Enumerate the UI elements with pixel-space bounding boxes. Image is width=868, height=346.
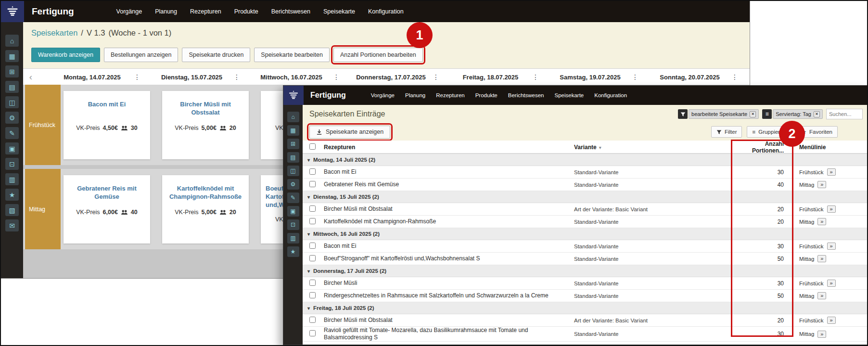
breadcrumb-speisekarten-link[interactable]: Speisekarten xyxy=(31,28,77,38)
open-menu-line-button[interactable]: » xyxy=(817,331,826,338)
nav-planung[interactable]: Planung xyxy=(405,92,425,98)
table-row[interactable]: Bacon mit Ei Standard-Variante 30 Frühst… xyxy=(303,240,868,253)
display-icon[interactable]: ▤ xyxy=(287,152,299,163)
table-row[interactable]: Gebratener Reis mit Gemüse Standard-Vari… xyxy=(303,179,868,191)
terminal-icon[interactable]: ▦ xyxy=(5,50,19,62)
scroll-left-chevron-icon[interactable]: ‹ xyxy=(25,72,37,82)
remove-filter-icon[interactable]: ✕ xyxy=(750,111,756,117)
speisekarte-bearbeiten-button[interactable]: Speisekarte bearbeiten xyxy=(254,48,330,62)
devices-icon[interactable]: ▣ xyxy=(287,206,299,217)
nav-speisekarte[interactable]: Speisekarte xyxy=(323,8,355,15)
open-menu-line-button[interactable]: » xyxy=(827,317,836,324)
favoriten-button[interactable]: ★ Favoriten xyxy=(796,126,838,138)
column-header-menuelinie[interactable]: Menülinie xyxy=(786,144,868,151)
open-menu-line-button[interactable]: » xyxy=(827,243,836,250)
nav-vorgaenge[interactable]: Vorgänge xyxy=(116,8,142,15)
group-row[interactable]: ▾ Dienstag, 15 Juli 2025 (2) xyxy=(303,191,868,203)
nav-vorgaenge[interactable]: Vorgänge xyxy=(371,92,395,98)
select-all-checkbox[interactable] xyxy=(309,143,316,150)
nav-produkte[interactable]: Produkte xyxy=(475,92,498,98)
speisekarte-drucken-button[interactable]: Speisekarte drucken xyxy=(182,48,250,62)
lists-icon[interactable]: ▥ xyxy=(5,173,19,185)
row-checkbox[interactable] xyxy=(309,330,316,336)
group-row[interactable]: ▾ Donnerstag, 17 Juli 2025 (2) xyxy=(303,265,868,277)
row-checkbox[interactable] xyxy=(309,317,316,323)
dashboard-icon[interactable]: ⌂ xyxy=(5,35,19,47)
reports-icon[interactable]: ▧ xyxy=(5,204,19,216)
row-checkbox[interactable] xyxy=(309,292,316,298)
menu-card[interactable]: Bircher Müsli mit Obstsalat VK-Preis 5,0… xyxy=(162,91,249,159)
modules-icon[interactable]: ⊞ xyxy=(287,139,299,149)
nav-konfiguration[interactable]: Konfiguration xyxy=(368,8,404,15)
day-menu-kebab-icon[interactable]: ⋮ xyxy=(731,73,738,81)
anzahl-portionen-bearbeiten-button[interactable]: Anzahl Portionen bearbeiten xyxy=(333,48,423,62)
devices-icon[interactable]: ▣ xyxy=(5,142,19,154)
messages-icon[interactable]: ✉ xyxy=(5,219,19,231)
nav-berichtswesen[interactable]: Berichtswesen xyxy=(508,92,544,98)
planning-icon[interactable]: ⊡ xyxy=(287,219,299,230)
remove-filter-icon[interactable]: ✕ xyxy=(814,111,820,117)
day-menu-kebab-icon[interactable]: ⋮ xyxy=(233,73,240,81)
row-checkbox[interactable] xyxy=(309,168,316,175)
favorites-icon[interactable]: ★ xyxy=(5,189,19,201)
group-row[interactable]: ▾ Freitag, 18 Juli 2025 (2) xyxy=(303,302,868,314)
group-row[interactable]: ▾ Montag, 14 Juli 2025 (2) xyxy=(303,154,868,166)
speisekarte-anzeigen-button[interactable]: Speisekarte anzeigen xyxy=(309,126,390,139)
editor-icon[interactable]: ✎ xyxy=(5,127,19,139)
warenkorb-anzeigen-button[interactable]: Warenkorb anzeigen xyxy=(31,48,100,62)
group-row[interactable]: ▾ Mittwoch, 16 Juli 2025 (2) xyxy=(303,228,868,240)
menu-card[interactable]: Kartoffelknödel mit Champignon-Rahmsoße … xyxy=(162,175,249,243)
editor-icon[interactable]: ✎ xyxy=(287,192,299,203)
row-checkbox[interactable] xyxy=(309,181,316,187)
day-menu-kebab-icon[interactable]: ⋮ xyxy=(532,73,539,81)
table-row[interactable]: Bircher Müsli Standard-Variante 30 Frühs… xyxy=(303,277,868,290)
display-icon[interactable]: ▤ xyxy=(5,81,19,93)
row-checkbox[interactable] xyxy=(309,218,316,224)
column-header-rezepturen[interactable]: Rezepturen xyxy=(324,144,574,151)
gruppieren-button[interactable]: ≡ Gruppieren xyxy=(747,126,791,138)
dashboard-icon[interactable]: ⌂ xyxy=(287,112,299,122)
open-menu-line-button[interactable]: » xyxy=(827,205,836,213)
table-row[interactable]: Kartoffelknödel mit Champignon-Rahmsoße … xyxy=(303,216,868,228)
column-header-variante[interactable]: Variante▾ xyxy=(574,144,738,151)
day-menu-kebab-icon[interactable]: ⋮ xyxy=(134,73,140,81)
open-menu-line-button[interactable]: » xyxy=(827,280,836,287)
table-row[interactable]: Boeuf"Stroganoff" mit Kartoffelrösti und… xyxy=(303,253,868,265)
filter-chip-bearbeitete-speisekarte[interactable]: bearbeitete Speisekarte ✕ xyxy=(678,109,759,119)
search-input[interactable] xyxy=(826,109,863,119)
row-checkbox[interactable] xyxy=(309,280,316,286)
nav-berichtswesen[interactable]: Berichtswesen xyxy=(271,8,310,15)
column-header-anzahl-portionen[interactable]: Anzahl Portionen... xyxy=(738,141,786,154)
nav-produkte[interactable]: Produkte xyxy=(234,8,258,15)
table-row[interactable]: Rindergeschnetzeltes in Rahmsauce mit Sa… xyxy=(303,290,868,302)
modules-icon[interactable]: ⊞ xyxy=(5,65,19,77)
open-menu-line-button[interactable]: » xyxy=(817,255,826,262)
open-menu-line-button[interactable]: » xyxy=(827,168,836,176)
planning-icon[interactable]: ⊡ xyxy=(5,158,19,170)
table-row[interactable]: Ravioli gefüllt mit Tomate- Mozarella, d… xyxy=(303,327,868,342)
filter-chip-serviertag[interactable]: ≡ Serviertag: Tag ✕ xyxy=(762,109,823,119)
favorites-icon[interactable]: ★ xyxy=(287,246,299,257)
nav-speisekarte[interactable]: Speisekarte xyxy=(555,92,584,98)
menu-card[interactable]: Bacon mit Ei VK-Preis 4,50€ 30 xyxy=(64,91,150,159)
nav-konfiguration[interactable]: Konfiguration xyxy=(594,92,627,98)
day-menu-kebab-icon[interactable]: ⋮ xyxy=(433,73,439,81)
bestellungen-anzeigen-button[interactable]: Bestellungen anzeigen xyxy=(104,48,179,62)
kitchen-icon[interactable]: ◫ xyxy=(5,96,19,108)
settings-icon[interactable]: ⚙ xyxy=(5,112,19,124)
table-row[interactable]: Bacon mit Ei Standard-Variante 30 Frühst… xyxy=(303,166,868,179)
nav-rezepturen[interactable]: Rezepturen xyxy=(190,8,221,15)
menu-card[interactable]: Gebratener Reis mit Gemüse VK-Preis 6,00… xyxy=(64,175,150,243)
kitchen-icon[interactable]: ◫ xyxy=(287,166,299,176)
open-menu-line-button[interactable]: » xyxy=(817,292,826,299)
day-menu-kebab-icon[interactable]: ⋮ xyxy=(333,73,340,81)
row-checkbox[interactable] xyxy=(309,205,316,212)
table-row[interactable]: Bircher Müsli mit Obstsalat Art der Vari… xyxy=(303,203,868,216)
lists-icon[interactable]: ▥ xyxy=(287,233,299,243)
open-menu-line-button[interactable]: » xyxy=(817,181,826,188)
terminal-icon[interactable]: ▦ xyxy=(287,125,299,136)
table-row[interactable]: Bircher Müsli mit Obstsalat Art der Vari… xyxy=(303,314,868,327)
nav-planung[interactable]: Planung xyxy=(155,8,177,15)
nav-rezepturen[interactable]: Rezepturen xyxy=(436,92,464,98)
day-menu-kebab-icon[interactable]: ⋮ xyxy=(632,73,638,81)
